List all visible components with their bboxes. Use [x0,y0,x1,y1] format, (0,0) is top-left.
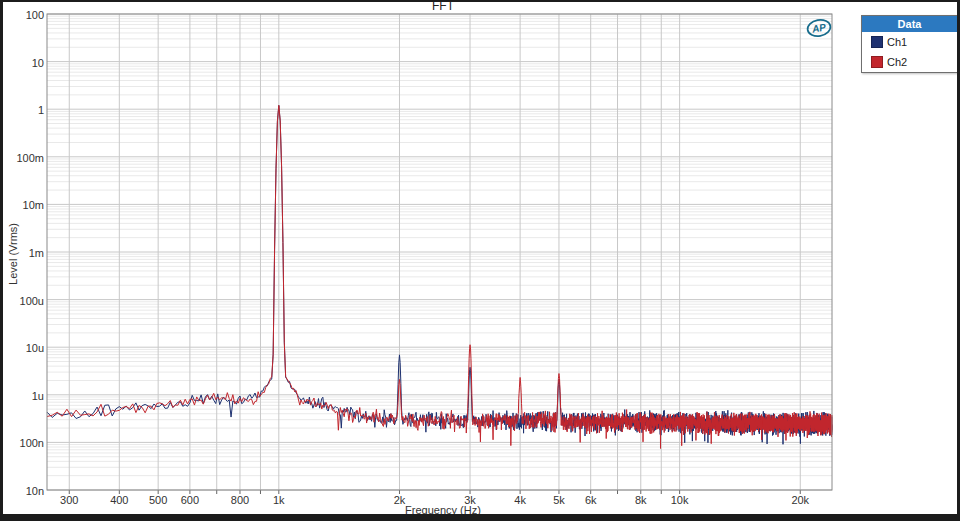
x-axis-title: Frequency (Hz) [343,504,543,516]
y-tick-label: 1 [3,104,44,116]
y-tick-label: 1u [3,390,44,402]
fft-panel: FFT 100101100m10m1m100u10u1u100n10n 3004… [0,0,960,521]
legend-label-ch1: Ch1 [887,36,907,48]
x-tick-label: 1k [254,494,304,506]
ap-logo-icon: AP [805,17,833,39]
x-tick-label: 6k [566,494,616,506]
fft-plot-area[interactable] [3,2,957,514]
legend-label-ch2: Ch2 [887,56,907,68]
ap-logo-text: AP [810,21,827,34]
x-tick-label: 600 [165,494,215,506]
ch2-color-swatch-icon [871,56,883,68]
y-tick-label: 10u [3,342,44,354]
legend-header: Data [862,16,957,32]
y-tick-label: 100 [3,9,44,21]
y-tick-label: 10n [3,485,44,497]
legend-item-ch2[interactable]: Ch2 [862,52,957,72]
legend-box: Data Ch1 Ch2 [861,15,958,73]
y-tick-label: 100n [3,437,44,449]
x-tick-label: 300 [44,494,94,506]
ch1-color-swatch-icon [871,36,883,48]
x-tick-label: 20k [775,494,825,506]
legend-item-ch1[interactable]: Ch1 [862,32,957,52]
y-tick-label: 10 [3,57,44,69]
x-tick-label: 10k [655,494,705,506]
y-tick-label: 100m [3,152,44,164]
y-axis-title: Level (Vrms) [7,204,19,304]
